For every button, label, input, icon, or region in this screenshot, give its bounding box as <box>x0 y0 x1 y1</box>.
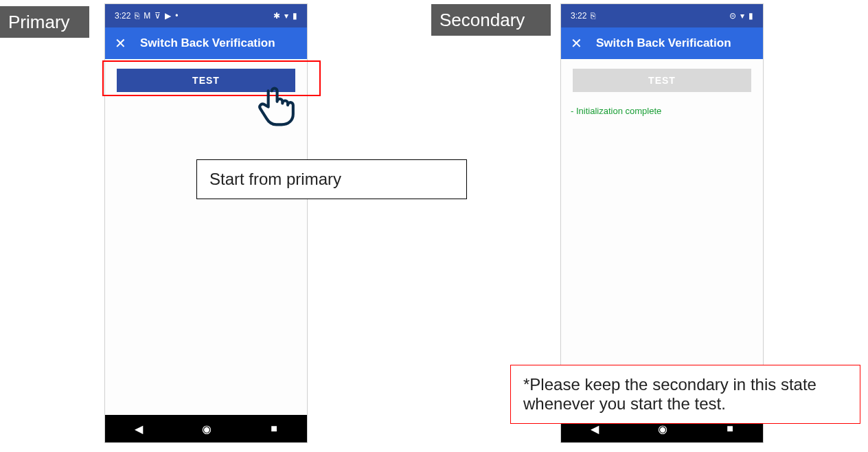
status-left: 3:22 ⎘ <box>571 11 595 21</box>
status-bar: 3:22 ⎘ M ⊽ ▶ • ✱ ▾ ▮ <box>105 4 307 27</box>
app-bar: ✕ Switch Back Verification <box>561 27 763 59</box>
nav-home-icon[interactable]: ◉ <box>202 422 212 436</box>
annotation-keep-secondary: *Please keep the secondary in this state… <box>510 365 860 424</box>
device-tag-secondary-label: Secondary <box>439 10 525 31</box>
navigation-bar: ◀ ◉ ■ <box>105 415 307 442</box>
test-button-label: TEST <box>192 75 220 86</box>
annotation-start-primary: Start from primary <box>196 159 467 199</box>
status-right: ⊝ ▾ ▮ <box>729 11 753 21</box>
initialization-status: - Initialization complete <box>571 106 661 116</box>
phone-primary: 3:22 ⎘ M ⊽ ▶ • ✱ ▾ ▮ ✕ Switch Back Verif… <box>104 3 308 443</box>
wifi-icon: ▾ <box>284 11 288 21</box>
app-title: Switch Back Verification <box>140 36 275 50</box>
app-bar: ✕ Switch Back Verification <box>105 27 307 59</box>
clip-icon: ⎘ <box>591 11 595 21</box>
status-bar: 3:22 ⎘ ⊝ ▾ ▮ <box>561 4 763 27</box>
status-time: 3:22 <box>115 11 130 21</box>
annotation-start-primary-text: Start from primary <box>209 170 341 188</box>
wifi-icon: ▾ <box>740 11 744 21</box>
annotation-keep-secondary-text: *Please keep the secondary in this state… <box>523 375 816 413</box>
status-time: 3:22 <box>571 11 586 21</box>
battery-icon: ▮ <box>293 11 297 21</box>
gmail-icon: M <box>144 11 150 21</box>
close-icon[interactable]: ✕ <box>571 36 582 50</box>
battery-icon: ▮ <box>749 11 753 21</box>
pointer-hand-icon <box>254 84 297 126</box>
status-left: 3:22 ⎘ M ⊽ ▶ • <box>115 11 179 21</box>
test-button: TEST <box>573 69 751 92</box>
nav-back-icon[interactable]: ◀ <box>591 422 599 436</box>
content-area: TEST - Initialization complete <box>561 59 763 415</box>
youtube-icon: ▶ <box>165 11 171 21</box>
bluetooth-icon: ✱ <box>273 11 280 21</box>
nav-recent-icon[interactable]: ■ <box>727 422 733 435</box>
device-tag-secondary: Secondary <box>431 4 551 36</box>
close-icon[interactable]: ✕ <box>115 36 126 50</box>
dnd-icon: ⊝ <box>729 11 736 21</box>
app-title: Switch Back Verification <box>596 36 731 50</box>
dot-icon: • <box>175 11 178 21</box>
test-button-label: TEST <box>648 75 676 86</box>
device-tag-primary-label: Primary <box>8 12 70 33</box>
nav-recent-icon[interactable]: ■ <box>271 422 277 435</box>
nav-back-icon[interactable]: ◀ <box>135 422 143 436</box>
nav-home-icon[interactable]: ◉ <box>658 422 667 436</box>
clip-icon: ⎘ <box>135 11 139 21</box>
device-tag-primary: Primary <box>0 6 89 38</box>
status-right: ✱ ▾ ▮ <box>273 11 297 21</box>
signal-icon: ⊽ <box>155 11 161 21</box>
